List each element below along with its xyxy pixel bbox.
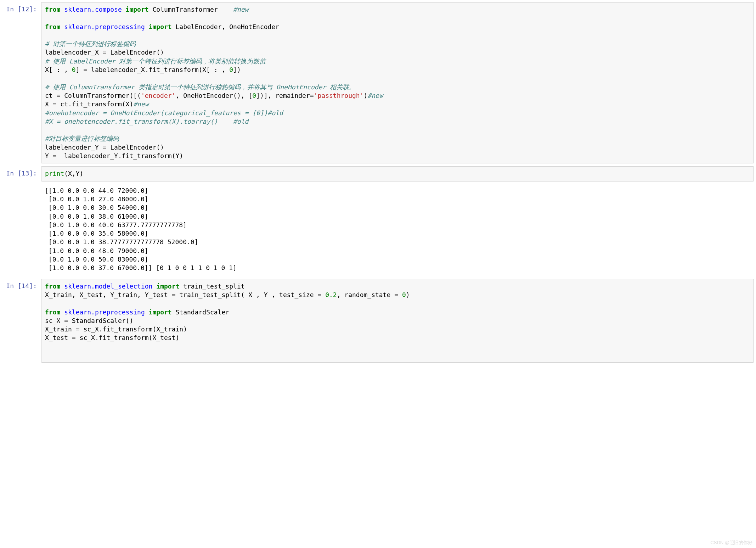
cell-prompt (2, 184, 41, 276)
code-input[interactable]: from sklearn.model_selection import trai… (41, 279, 754, 363)
code-token: = (53, 152, 57, 160)
code-token: sklearn.preprocessing (64, 308, 145, 316)
code-token: . (118, 152, 122, 160)
code-token: = (57, 92, 61, 99)
code-token: ] (76, 66, 84, 73)
code-token: ]) (233, 66, 241, 73)
code-token: fit_transform(X_test) (99, 334, 180, 341)
code-token: = (310, 92, 314, 99)
code-token: LabelEncoder() (106, 49, 164, 56)
code-token: fit_transform(X[ : , (149, 66, 230, 73)
code-token: fit_transform(Y) (122, 152, 183, 160)
code-token: train_test_split (179, 283, 244, 290)
code-input[interactable]: print(X,Y) (41, 166, 754, 181)
code-token: 'passthrough' (314, 92, 364, 99)
code-token (60, 23, 64, 30)
code-token: print (45, 170, 64, 177)
code-token: (X,Y) (64, 170, 83, 177)
code-token (145, 308, 149, 316)
code-token: labelencoder_Y (57, 152, 118, 160)
code-token: import (156, 283, 179, 290)
code-token: 0.2 (325, 291, 337, 298)
code-token: LabelEncoder, OneHotEncoder (172, 23, 279, 30)
code-input[interactable]: from sklearn.compose import ColumnTransf… (41, 2, 754, 163)
output-text: [[1.0 0.0 0.0 44.0 72000.0] [0.0 0.0 1.0… (41, 184, 754, 276)
code-token: sc_X (76, 334, 95, 341)
code-token: import (126, 6, 149, 13)
code-token: # 使用 LabelEncoder 对第一个特征列进行标签编码，将类别值转换为数… (45, 57, 266, 65)
code-token: #new (233, 6, 248, 13)
code-token: labelencoder_X (45, 49, 103, 56)
code-token: # 使用 ColumnTransformer 类指定对第一个特征列进行独热编码，… (45, 83, 355, 91)
code-token: X_train, X_test, Y_train, Y_test (45, 291, 172, 298)
code-token: ) (406, 291, 410, 298)
code-token: import (149, 23, 172, 30)
code-token: StandardScaler (172, 308, 230, 316)
code-token: X_test (45, 334, 72, 341)
code-token: Y (45, 152, 53, 160)
code-token: . (99, 325, 103, 333)
code-token: 0 (402, 291, 406, 298)
code-token: #new (133, 100, 148, 108)
code-token: #对目标变量进行标签编码 (45, 135, 119, 142)
code-token (60, 308, 64, 316)
code-token: ColumnTransformer (149, 6, 233, 13)
code-token (398, 291, 402, 298)
code-token: = (83, 66, 87, 73)
code-cell: In [13]:print(X,Y) (2, 166, 754, 181)
output-cell: [[1.0 0.0 0.0 44.0 72000.0] [0.0 0.0 1.0… (2, 184, 754, 276)
code-cell: In [12]:from sklearn.compose import Colu… (2, 2, 754, 163)
code-token: fit_transform(X) (72, 100, 133, 108)
code-token: fit_transform(X_train) (103, 325, 187, 333)
code-token (122, 6, 126, 13)
code-token: ct (45, 92, 57, 99)
code-token: from (45, 23, 60, 30)
code-token: = (317, 291, 321, 298)
code-token: X[ : , (45, 66, 72, 73)
code-token: X_train (45, 325, 76, 333)
code-token: sc_X (80, 325, 99, 333)
code-token: = (103, 144, 107, 151)
code-token: labelencoder_X (87, 66, 145, 73)
code-token: sc_X (45, 317, 64, 324)
code-token: = (76, 325, 80, 333)
cell-prompt: In [14]: (2, 279, 41, 363)
code-token (321, 291, 325, 298)
code-token: . (68, 100, 72, 108)
code-token: labelencoder_Y (45, 144, 103, 151)
code-token: import (149, 308, 172, 316)
code-token: 0 (252, 92, 256, 99)
code-token: ])], remainder (256, 92, 310, 99)
code-token: # 对第一个特征列进行标签编码 (45, 40, 136, 47)
code-token: train_test_split( X , Y , test_size (175, 291, 317, 298)
code-token: = (172, 291, 176, 298)
code-token (145, 23, 149, 30)
code-token: sklearn.preprocessing (64, 23, 145, 30)
code-token: #X = onehotencoder.fit_transform(X).toar… (45, 118, 248, 125)
code-token: ct (57, 100, 68, 108)
code-token: . (145, 66, 149, 73)
code-token: from (45, 6, 60, 13)
code-token: ColumnTransformer([( (60, 92, 141, 99)
code-token: X (45, 100, 53, 108)
code-token: StandardScaler() (68, 317, 133, 324)
code-token: = (64, 317, 68, 324)
code-token: = (394, 291, 398, 298)
cell-prompt: In [13]: (2, 166, 41, 181)
code-token: LabelEncoder() (106, 144, 164, 151)
code-token (152, 283, 156, 290)
notebook-container: In [12]:from sklearn.compose import Colu… (2, 2, 754, 363)
code-token: from (45, 283, 60, 290)
code-token: . (95, 334, 99, 341)
code-token: 0 (229, 66, 233, 73)
code-token: = (53, 100, 57, 108)
code-token: , OneHotEncoder(), [ (175, 92, 252, 99)
code-token (60, 283, 64, 290)
code-token: ) (364, 92, 368, 99)
code-token: sklearn.compose (64, 6, 122, 13)
code-token: #onehotencoder = OneHotEncoder(categoric… (45, 109, 283, 117)
code-token: = (72, 334, 76, 341)
code-token: , random_state (337, 291, 395, 298)
cell-prompt: In [12]: (2, 2, 41, 163)
code-cell: In [14]:from sklearn.model_selection imp… (2, 279, 754, 363)
